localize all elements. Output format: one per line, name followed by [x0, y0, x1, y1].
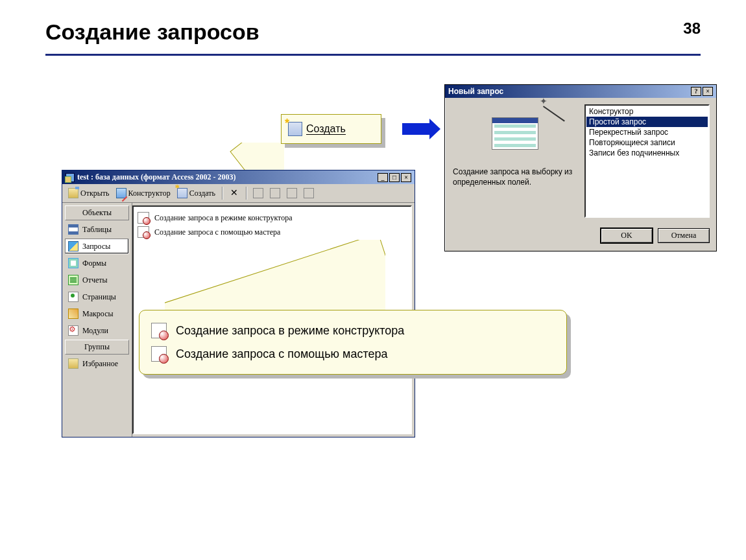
sidebar-item-forms[interactable]: Формы: [65, 255, 129, 271]
dialog-option-list[interactable]: Конструктор Простой запрос Перекрестный …: [584, 104, 710, 218]
query-icon: [68, 241, 78, 251]
dialog-option[interactable]: Конструктор: [586, 106, 708, 117]
db-sidebar: Объекты Таблицы Запросы Формы Отчеты Стр…: [62, 203, 132, 437]
view-small-icons-button[interactable]: [268, 187, 282, 200]
slide-header: Создание запросов 38: [45, 19, 701, 56]
database-window: test : база данных (формат Access 2002 -…: [62, 170, 415, 438]
sidebar-label: Модули: [82, 326, 108, 336]
open-icon: [68, 188, 78, 198]
arrow-right-icon: [402, 123, 429, 135]
sidebar-label: Избранное: [82, 359, 118, 369]
design-button[interactable]: Конструктор: [114, 187, 173, 200]
favorites-icon: [68, 358, 78, 369]
delete-button[interactable]: ✕: [227, 187, 241, 200]
form-icon: [68, 258, 78, 268]
sidebar-label: Макросы: [82, 309, 114, 319]
new-button[interactable]: Создать: [175, 187, 217, 200]
table-icon: [68, 224, 78, 235]
dialog-option[interactable]: Перекрестный запрос: [586, 127, 708, 137]
callout-text: Создание запроса в режиме конструктора: [176, 324, 404, 338]
sidebar-item-macros[interactable]: Макросы: [65, 306, 129, 321]
macro-icon: [68, 309, 78, 319]
database-icon: [66, 173, 75, 182]
sidebar-label: Формы: [82, 259, 106, 268]
slide-number: 38: [683, 19, 701, 38]
callout-create-label: Создать: [306, 123, 346, 135]
view-details-button[interactable]: [302, 187, 316, 200]
sidebar-item-queries[interactable]: Запросы: [65, 239, 129, 254]
db-title: test : база данных (формат Access 2002 -…: [77, 172, 236, 182]
open-label: Открыть: [80, 189, 110, 198]
dialog-titlebar[interactable]: Новый запрос ? ×: [445, 85, 716, 98]
sidebar-item-tables[interactable]: Таблицы: [65, 222, 129, 237]
new-label: Создать: [189, 189, 215, 198]
design-label: Конструктор: [128, 189, 171, 198]
callout-row: Создание запроса в режиме конструктора: [151, 323, 555, 338]
dialog-new-query: Новый запрос ? × Создание запроса на выб…: [444, 84, 717, 251]
callout-row: Создание запроса с помощью мастера: [151, 346, 555, 362]
module-icon: [68, 325, 78, 336]
sidebar-item-pages[interactable]: Страницы: [65, 289, 129, 305]
list-view-icon: [287, 188, 297, 198]
sidebar-item-reports[interactable]: Отчеты: [65, 272, 129, 288]
wizard-icon: [138, 226, 149, 238]
page-icon: [68, 292, 78, 302]
slide-title: Создание запросов: [45, 19, 259, 44]
db-titlebar[interactable]: test : база данных (формат Access 2002 -…: [62, 170, 415, 184]
delete-icon: ✕: [229, 188, 239, 198]
close-button[interactable]: ×: [703, 87, 713, 96]
callout-create: Создать: [281, 114, 381, 144]
db-toolbar: Открыть Конструктор Создать ✕: [62, 184, 415, 203]
view-list-button[interactable]: [285, 187, 299, 200]
db-item-label: Создание запроса в режиме конструктора: [154, 213, 292, 223]
dialog-preview: [451, 104, 578, 163]
db-list-item[interactable]: Создание запроса с помощью мастера: [138, 225, 407, 239]
wizard-icon: [138, 212, 149, 224]
wizard-icon: [151, 346, 167, 362]
separator: [246, 187, 247, 200]
sidebar-header-objects[interactable]: Объекты: [65, 205, 129, 220]
sidebar-label: Запросы: [82, 242, 110, 251]
sidebar-label: Отчеты: [82, 275, 108, 285]
new-icon: [177, 188, 187, 198]
close-button[interactable]: ×: [401, 173, 411, 182]
db-list-item[interactable]: Создание запроса в режиме конструктора: [138, 211, 407, 225]
ok-button[interactable]: OK: [601, 228, 653, 243]
large-icons-icon: [253, 188, 263, 198]
sidebar-label: Страницы: [82, 292, 116, 302]
help-button[interactable]: ?: [691, 87, 701, 96]
db-item-label: Создание запроса с помощью мастера: [154, 228, 280, 237]
details-view-icon: [304, 188, 314, 198]
dialog-description: Создание запроса на выборку из определен…: [451, 163, 578, 187]
minimize-button[interactable]: _: [378, 173, 388, 182]
callout-big: Создание запроса в режиме конструктора С…: [139, 310, 567, 375]
sidebar-header-groups[interactable]: Группы: [65, 340, 129, 355]
new-icon: [288, 122, 302, 136]
callout-text: Создание запроса с помощью мастера: [176, 347, 388, 361]
maximize-button[interactable]: □: [389, 173, 400, 182]
separator: [222, 187, 223, 200]
small-icons-icon: [270, 188, 280, 198]
dialog-option[interactable]: Простой запрос: [586, 117, 708, 127]
wizard-icon: [151, 323, 167, 338]
dialog-option[interactable]: Повторяющиеся записи: [586, 137, 708, 148]
view-large-icons-button[interactable]: [251, 187, 265, 200]
dialog-option[interactable]: Записи без подчиненных: [586, 148, 708, 158]
design-icon: [116, 188, 126, 198]
sidebar-label: Таблицы: [82, 225, 112, 235]
open-button[interactable]: Открыть: [66, 187, 112, 200]
sidebar-item-favorites[interactable]: Избранное: [65, 356, 129, 371]
report-icon: [68, 275, 78, 285]
cancel-button[interactable]: Отмена: [658, 228, 710, 243]
sidebar-item-modules[interactable]: Модули: [65, 323, 129, 338]
dialog-title: Новый запрос: [448, 87, 503, 96]
